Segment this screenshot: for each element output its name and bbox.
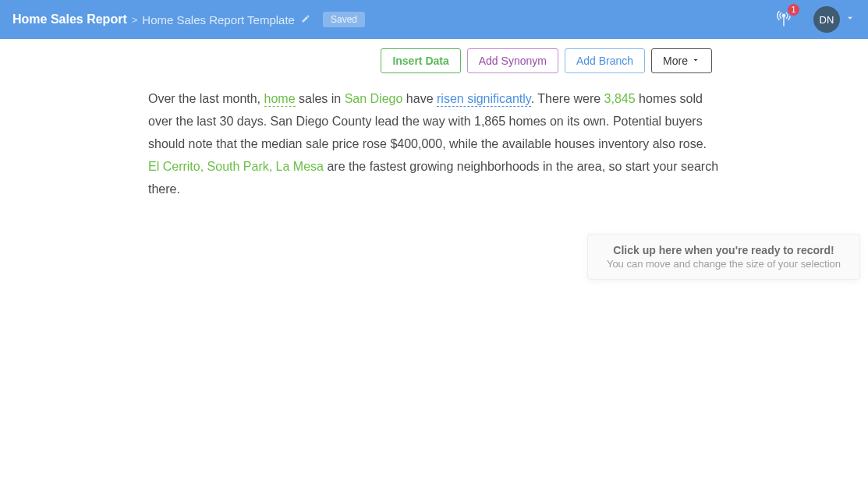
text-run: sales in [296, 92, 345, 105]
pencil-icon[interactable] [301, 14, 310, 26]
antenna-icon [774, 16, 793, 30]
app-header: Home Sales Report > Home Sales Report Te… [0, 0, 868, 39]
branch-token-risen[interactable]: risen significantly [437, 92, 531, 107]
text-run: Over the last month, [148, 92, 264, 105]
hint-title: Click up here when you're ready to recor… [601, 244, 847, 256]
insert-data-button[interactable]: Insert Data [381, 48, 460, 73]
recording-hint-tooltip: Click up here when you're ready to recor… [587, 234, 860, 280]
editor-toolbar: Insert Data Add Synonym Add Branch More [0, 39, 868, 81]
document-body[interactable]: Over the last month, home sales in San D… [0, 81, 868, 200]
add-branch-button[interactable]: Add Branch [565, 48, 645, 73]
text-run: have [402, 92, 437, 105]
avatar[interactable]: DN [813, 6, 840, 33]
chevron-down-icon [691, 55, 700, 66]
hint-subtitle: You can move and change the size of your… [601, 258, 847, 270]
more-label: More [663, 55, 688, 67]
more-button[interactable]: More [651, 48, 712, 73]
data-token-san-diego[interactable]: San Diego [345, 92, 403, 105]
text-run: . There were [531, 92, 604, 105]
synonym-token-home[interactable]: home [264, 92, 296, 107]
saved-badge: Saved [323, 12, 365, 27]
data-token-neighborhoods[interactable]: El Cerrito, South Park, La Mesa [148, 160, 324, 173]
notification-badge: 1 [788, 4, 799, 16]
breadcrumb-root[interactable]: Home Sales Report [12, 12, 127, 26]
breadcrumb: Home Sales Report > Home Sales Report Te… [12, 12, 365, 27]
chevron-down-icon[interactable] [845, 12, 856, 26]
add-synonym-button[interactable]: Add Synonym [467, 48, 558, 73]
broadcast-button[interactable]: 1 [774, 9, 793, 30]
data-token-count[interactable]: 3,845 [604, 92, 636, 105]
breadcrumb-current[interactable]: Home Sales Report Template [142, 13, 295, 26]
breadcrumb-separator: > [132, 14, 138, 26]
